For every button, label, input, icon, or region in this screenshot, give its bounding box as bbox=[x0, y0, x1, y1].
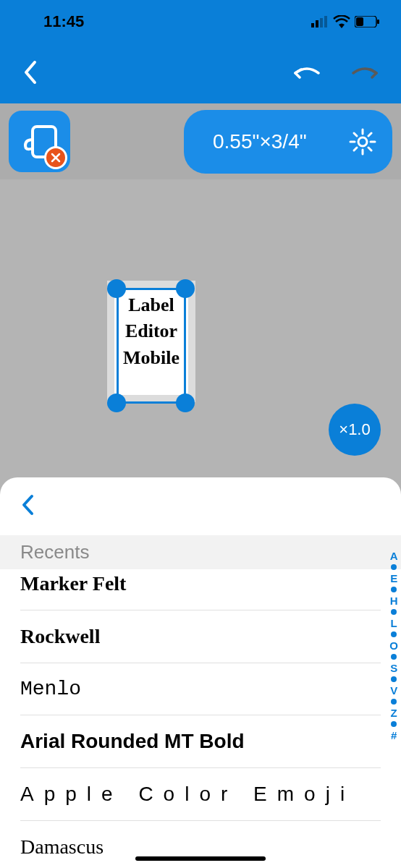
status-bar: 11:45 bbox=[0, 0, 401, 43]
canvas[interactable]: LabelEditorMobile ×1.0 bbox=[0, 179, 401, 480]
index-dot bbox=[391, 654, 397, 660]
close-badge-icon[interactable] bbox=[44, 146, 67, 169]
index-letter[interactable]: Z bbox=[391, 707, 397, 719]
zoom-value: ×1.0 bbox=[339, 420, 370, 439]
font-item[interactable]: Rockwell bbox=[20, 610, 381, 663]
index-dot bbox=[391, 699, 397, 705]
svg-rect-3 bbox=[324, 16, 327, 27]
redo-button[interactable] bbox=[350, 66, 379, 82]
svg-line-14 bbox=[368, 148, 371, 150]
size-label: 0.55"×3/4" bbox=[213, 130, 307, 153]
font-picker-sheet: Recents Marker Felt Rockwell Menlo Arial… bbox=[0, 477, 401, 868]
sheet-back-button[interactable] bbox=[20, 493, 35, 519]
svg-rect-5 bbox=[356, 17, 363, 26]
redo-icon bbox=[350, 66, 379, 79]
index-dot bbox=[391, 721, 397, 727]
home-indicator[interactable] bbox=[135, 856, 266, 861]
font-item[interactable]: Marker Felt bbox=[20, 569, 381, 610]
undo-button[interactable] bbox=[292, 66, 321, 82]
svg-rect-6 bbox=[377, 20, 379, 24]
index-letter[interactable]: V bbox=[390, 684, 397, 697]
toolbar: 0.55"×3/4" bbox=[0, 103, 401, 179]
svg-rect-0 bbox=[311, 23, 314, 27]
selection-handle[interactable] bbox=[176, 393, 195, 412]
font-item[interactable]: Damascus bbox=[20, 821, 381, 868]
chevron-left-icon bbox=[22, 59, 38, 85]
nav-bar bbox=[0, 43, 401, 103]
chevron-left-icon bbox=[20, 493, 35, 516]
undo-icon bbox=[292, 66, 321, 79]
label-text: LabelEditorMobile bbox=[114, 288, 188, 371]
index-letter[interactable]: S bbox=[390, 662, 397, 674]
section-header: Recents bbox=[0, 535, 401, 569]
selection-handle[interactable] bbox=[107, 393, 126, 412]
back-button[interactable] bbox=[22, 59, 38, 88]
selection-line bbox=[117, 288, 119, 402]
zoom-indicator[interactable]: ×1.0 bbox=[329, 404, 381, 456]
index-dot bbox=[391, 564, 397, 570]
font-item[interactable]: Apple Color Emoji bbox=[20, 768, 381, 821]
wifi-icon bbox=[333, 15, 350, 28]
svg-rect-1 bbox=[316, 20, 318, 27]
font-item[interactable]: Arial Rounded MT Bold bbox=[20, 715, 381, 768]
status-time: 11:45 bbox=[43, 12, 84, 31]
selection-handle[interactable] bbox=[176, 279, 195, 298]
index-letter[interactable]: H bbox=[390, 595, 398, 607]
index-letter[interactable]: E bbox=[390, 572, 397, 584]
size-selector[interactable]: 0.55"×3/4" bbox=[184, 110, 392, 174]
svg-point-8 bbox=[358, 137, 367, 146]
index-dot bbox=[391, 587, 397, 592]
svg-line-13 bbox=[354, 133, 357, 136]
gear-icon bbox=[349, 128, 376, 156]
selection-line bbox=[184, 288, 186, 402]
svg-line-16 bbox=[354, 148, 357, 150]
index-dot bbox=[391, 676, 397, 682]
font-item[interactable]: Menlo bbox=[20, 663, 381, 715]
index-dot bbox=[391, 609, 397, 615]
svg-line-15 bbox=[368, 133, 371, 136]
index-letter[interactable]: # bbox=[391, 729, 397, 741]
label-type-button[interactable] bbox=[9, 111, 70, 172]
svg-rect-2 bbox=[320, 18, 323, 27]
battery-icon bbox=[355, 16, 379, 27]
status-icons bbox=[311, 15, 379, 28]
sheet-header bbox=[0, 477, 401, 535]
cellular-icon bbox=[311, 16, 329, 27]
index-letter[interactable]: A bbox=[390, 550, 398, 562]
label-object[interactable]: LabelEditorMobile bbox=[107, 281, 195, 402]
selection-handle[interactable] bbox=[107, 279, 126, 298]
font-list[interactable]: Marker Felt Rockwell Menlo Arial Rounded… bbox=[0, 569, 401, 868]
index-dot bbox=[391, 631, 397, 637]
index-letter[interactable]: O bbox=[389, 639, 398, 652]
index-letter[interactable]: L bbox=[391, 617, 397, 629]
alpha-index[interactable]: A E H L O S V Z # bbox=[389, 550, 398, 741]
